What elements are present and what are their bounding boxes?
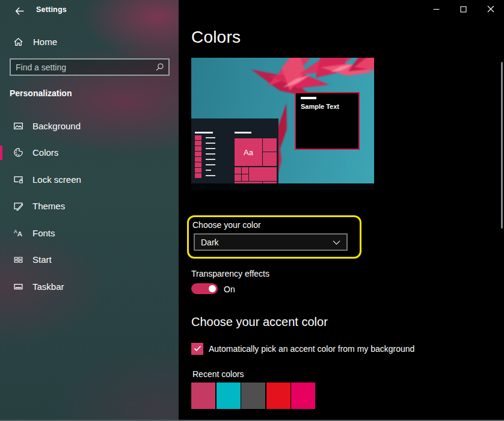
- start-menu-dash: [195, 132, 213, 134]
- color-swatch[interactable]: [291, 383, 315, 409]
- sidebar-nav: Background Colors Lock scree: [0, 115, 179, 303]
- sidebar-item-label: Background: [32, 121, 81, 131]
- sidebar-item-themes[interactable]: Themes: [0, 195, 179, 217]
- taskbar-icon: [13, 281, 23, 292]
- auto-accent-row[interactable]: Automatically pick an accent color from …: [191, 343, 414, 355]
- sidebar-item-colors[interactable]: Colors: [0, 142, 179, 164]
- preview-start-menu: Aa: [191, 118, 278, 183]
- color-swatch[interactable]: [191, 383, 215, 409]
- color-swatch[interactable]: [266, 383, 290, 409]
- fonts-icon: A A: [13, 228, 23, 238]
- sidebar-item-taskbar[interactable]: Taskbar: [0, 275, 179, 297]
- sample-text: Sample Text: [301, 103, 339, 110]
- minimize-icon: [433, 4, 440, 15]
- toggle-knob: [209, 285, 217, 293]
- svg-text:A: A: [17, 230, 22, 238]
- search-box: [10, 58, 170, 76]
- section-label-personalization: Personalization: [10, 88, 72, 98]
- choose-color-label: Choose your color: [192, 220, 261, 230]
- sidebar-item-label: Fonts: [32, 228, 55, 238]
- search-input[interactable]: [11, 60, 154, 75]
- auto-accent-label: Automatically pick an accent color from …: [209, 344, 414, 354]
- color-mode-dropdown[interactable]: Dark: [194, 233, 348, 251]
- preview-taskbar: [191, 183, 374, 190]
- toggle-state-label: On: [224, 284, 235, 294]
- palette-icon: [13, 147, 23, 158]
- search-icon[interactable]: [154, 63, 168, 72]
- tiles-dash: [235, 132, 251, 134]
- start-icon: [13, 254, 23, 265]
- app-title: Settings: [36, 5, 67, 14]
- recent-colors-label: Recent colors: [192, 369, 244, 379]
- lock-screen-icon: [13, 174, 23, 185]
- sidebar-item-home[interactable]: Home: [8, 32, 171, 51]
- sidebar-item-label: Colors: [32, 147, 58, 158]
- transparency-label: Transparency effects: [191, 269, 269, 278]
- scrollbar[interactable]: [501, 62, 503, 229]
- auto-accent-checkbox[interactable]: [191, 343, 203, 355]
- preview-tile-aa: Aa: [235, 138, 262, 166]
- minimize-button[interactable]: [423, 0, 450, 19]
- selection-pill: [0, 146, 2, 160]
- sidebar-item-background[interactable]: Background: [0, 115, 179, 137]
- sidebar-item-lock-screen[interactable]: Lock screen: [0, 168, 179, 190]
- sidebar-item-fonts[interactable]: A A Fonts: [0, 222, 179, 244]
- sidebar-item-label: Themes: [32, 201, 65, 211]
- themes-icon: [13, 201, 23, 211]
- chevron-down-icon: [333, 237, 340, 248]
- preview-sample-window: Sample Text: [295, 92, 360, 150]
- theme-preview: Sample Text Aa: [191, 58, 374, 190]
- sidebar: Settings Home Personalization Background: [0, 0, 179, 421]
- color-swatch[interactable]: [241, 383, 265, 409]
- sidebar-item-label: Lock screen: [32, 174, 81, 185]
- main-pane: Colors Sample Text: [179, 0, 504, 421]
- home-label: Home: [33, 37, 57, 47]
- transparency-toggle[interactable]: [191, 283, 218, 294]
- back-button[interactable]: [11, 4, 28, 18]
- close-button[interactable]: [477, 0, 504, 19]
- accent-heading: Choose your accent color: [191, 315, 328, 329]
- maximize-button[interactable]: [450, 0, 477, 19]
- window-controls: [423, 0, 504, 19]
- color-swatch[interactable]: [217, 383, 241, 409]
- preview-app-list: [195, 135, 215, 179]
- page-title: Colors: [191, 28, 241, 47]
- close-icon: [487, 4, 494, 15]
- recent-colors-row: [191, 383, 315, 409]
- home-icon: [13, 37, 23, 47]
- back-arrow-icon: [14, 6, 25, 16]
- maximize-icon: [460, 4, 467, 15]
- sidebar-item-label: Start: [32, 254, 52, 265]
- check-icon: [194, 343, 201, 354]
- sidebar-item-label: Taskbar: [32, 281, 64, 292]
- sidebar-item-start[interactable]: Start: [0, 249, 179, 271]
- background-icon: [13, 121, 23, 131]
- sample-window-titlebar-dash: [301, 97, 316, 99]
- dropdown-value: Dark: [201, 238, 219, 247]
- settings-window: Settings Home Personalization Background: [0, 0, 504, 421]
- preview-tiles: Aa: [235, 138, 277, 183]
